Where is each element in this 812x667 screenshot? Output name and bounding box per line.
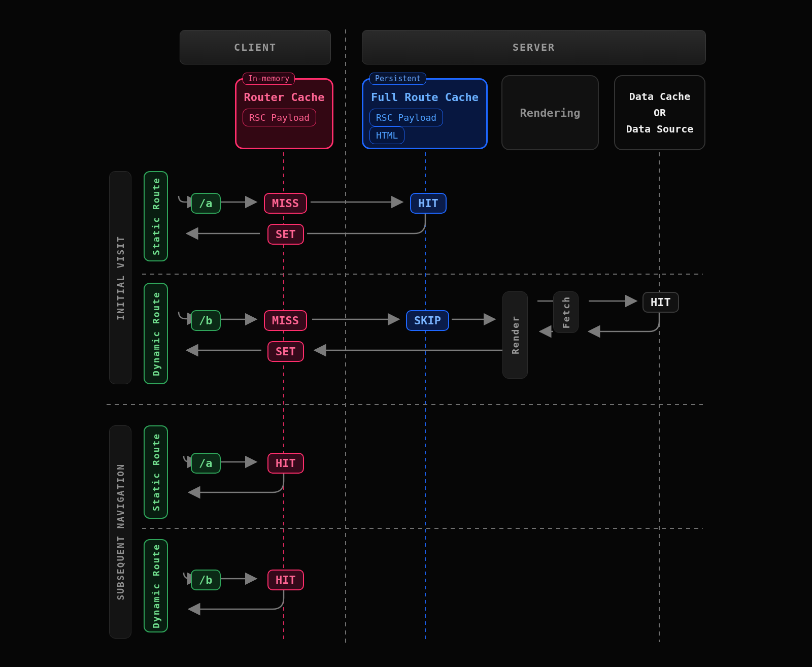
set-1: SET [267,224,304,245]
static-route-label-1: Static Route [151,177,161,255]
fetch-label: Fetch [561,296,571,328]
client-header: CLIENT [180,30,331,64]
rendering-label: Rendering [520,107,580,119]
fetch-col: Fetch [553,291,579,333]
full-chip-html: HTML [369,126,404,144]
hit-3: HIT [267,570,304,590]
hit-data-1: HIT [642,292,679,313]
full-title: Full Route Cache [363,91,486,104]
set-2: SET [267,341,304,362]
rendering-card: Rendering [501,75,599,150]
data-cache-label: Data Cache OR Data Source [626,88,693,137]
diagram-stage: CLIENT SERVER In-memory Router Cache RSC… [0,0,812,667]
subsequent-nav-label: SUBSEQUENT NAVIGATION [115,463,126,601]
dynamic-route-label-1: Dynamic Route [151,291,161,376]
server-header-label: SERVER [513,41,555,53]
static-route-col-1: Static Route [144,171,168,261]
data-cache-card: Data Cache OR Data Source [614,75,705,150]
route-a-1: /a [191,193,221,214]
initial-visit-col: INITIAL VISIT [109,171,131,384]
client-header-label: CLIENT [234,41,277,53]
router-cache-card: In-memory Router Cache RSC Payload [235,78,333,149]
subsequent-nav-col: SUBSEQUENT NAVIGATION [109,425,131,639]
server-header: SERVER [362,30,706,64]
full-chip-rsc: RSC Payload [369,109,443,126]
router-chip-rsc: RSC Payload [243,109,316,126]
hit-2: HIT [267,453,304,474]
dynamic-route-col-2: Dynamic Route [144,539,168,632]
dynamic-route-label-2: Dynamic Route [151,544,161,628]
render-label: Render [510,315,521,354]
dynamic-route-col-1: Dynamic Route [144,283,168,384]
render-col: Render [502,291,528,379]
hit-1: HIT [410,193,447,214]
router-badge: In-memory [243,73,295,85]
route-b-2: /b [191,570,221,590]
static-route-col-2: Static Route [144,425,168,519]
skip-1: SKIP [406,310,449,331]
initial-visit-label: INITIAL VISIT [115,236,126,320]
full-route-cache-card: Persistent Full Route Cache RSC Payload … [362,78,488,149]
miss-1: MISS [264,193,307,214]
route-b-1: /b [191,310,221,331]
router-title: Router Cache [236,91,332,104]
static-route-label-2: Static Route [151,433,161,511]
miss-2: MISS [264,310,307,331]
route-a-2: /a [191,453,221,474]
full-badge: Persistent [369,73,426,85]
